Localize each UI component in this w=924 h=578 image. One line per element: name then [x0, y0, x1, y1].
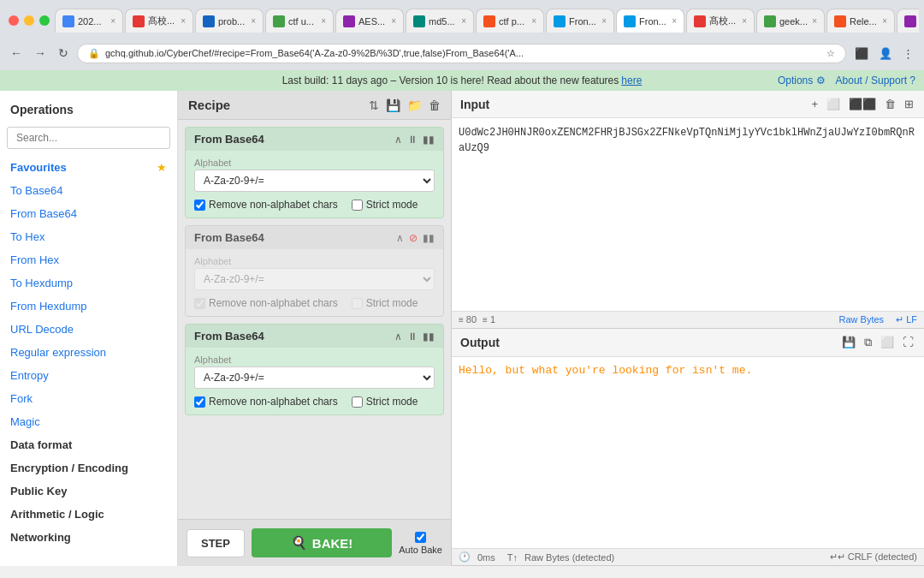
input-content[interactable]: U0dWc2JH0HNJR0oxZENCM2FHRjBJSGx2ZFNkeVpT… — [452, 118, 924, 311]
forward-button[interactable]: → — [31, 45, 50, 62]
tab-close-7[interactable]: × — [531, 16, 536, 26]
tab-13[interactable]: ZIP:... × — [897, 9, 919, 33]
recipe-item-3-remove-nonalpha-checkbox[interactable] — [194, 396, 205, 408]
about-button[interactable]: About / Support ? — [836, 74, 915, 86]
back-button[interactable]: ← — [7, 45, 26, 62]
tab-close-10[interactable]: × — [742, 16, 747, 26]
recipe-item-1-alphabet-select[interactable]: A-Za-z0-9+/= — [194, 170, 435, 192]
tab-close-8[interactable]: × — [601, 16, 607, 26]
tab-close-6[interactable]: × — [461, 16, 466, 26]
output-new-tab-button[interactable]: ⬜ — [879, 334, 896, 350]
maximize-button[interactable] — [39, 15, 50, 26]
recipe-item-1-expand[interactable]: ∧ — [394, 134, 402, 146]
recipe-item-2-strict-mode-label[interactable]: Strict mode — [352, 297, 418, 309]
recipe-item-2-remove-nonalpha-checkbox[interactable] — [194, 298, 205, 309]
recipe-item-3-disable[interactable]: ⏸ — [407, 331, 418, 343]
sidebar-item-to-hex[interactable]: To Hex — [0, 225, 177, 248]
recipe-item-3-alphabet-select[interactable]: A-Za-z0-9+/= — [194, 366, 435, 389]
sidebar-item-entropy[interactable]: Entropy — [0, 364, 177, 387]
tab-1[interactable]: 202... × — [55, 9, 123, 33]
output-copy-button[interactable]: ⧉ — [862, 334, 874, 351]
tab-2[interactable]: 髙校... × — [125, 9, 193, 33]
tab-close-5[interactable]: × — [391, 16, 396, 26]
reload-button[interactable]: ↻ — [55, 45, 72, 62]
input-grid-button[interactable]: ⊞ — [903, 96, 915, 112]
recipe-open-button[interactable]: 📁 — [407, 98, 422, 112]
close-button[interactable] — [9, 15, 19, 26]
sidebar-item-public-key[interactable]: Public Key — [0, 480, 177, 503]
recipe-item-1-disable[interactable]: ⏸ — [407, 134, 418, 146]
options-button[interactable]: Options ⚙ — [778, 74, 826, 86]
profile-button[interactable]: 👤 — [875, 45, 896, 62]
tab-10[interactable]: 髙校... × — [686, 9, 755, 33]
recipe-item-2-alphabet-select[interactable]: A-Za-z0-9+/= — [194, 268, 435, 290]
recipe-item-3-delete[interactable]: ▮▮ — [423, 331, 435, 343]
extensions-button[interactable]: ⬛ — [851, 45, 872, 62]
tab-8[interactable]: Fron... × — [546, 9, 614, 33]
recipe-item-2-strict-mode-checkbox[interactable] — [352, 298, 363, 309]
recipe-save-button[interactable]: 💾 — [386, 98, 400, 112]
menu-button[interactable]: ⋮ — [899, 45, 917, 62]
tab-3[interactable]: prob... × — [195, 9, 264, 33]
tab-9[interactable]: Fron... × — [616, 9, 684, 33]
sidebar-item-arithmetic-logic[interactable]: Arithmetic / Logic — [0, 503, 177, 526]
tab-close-12[interactable]: × — [882, 16, 887, 26]
input-lf-label[interactable]: ↵ LF — [896, 314, 917, 325]
recipe-item-3-expand[interactable]: ∧ — [394, 331, 402, 343]
sidebar-item-fork[interactable]: Fork — [0, 387, 177, 410]
recipe-delete-button[interactable]: 🗑 — [429, 98, 441, 112]
auto-bake-label[interactable]: Auto Bake — [399, 532, 442, 555]
recipe-item-2-disable[interactable]: ⊘ — [409, 232, 418, 244]
search-input[interactable] — [7, 127, 170, 149]
tab-12[interactable]: Rele... × — [826, 9, 895, 33]
recipe-item-1-strict-mode-checkbox[interactable] — [352, 200, 363, 211]
step-button[interactable]: STEP — [187, 529, 245, 557]
sidebar-item-regular-expression[interactable]: Regular expression — [0, 341, 177, 364]
tab-close-3[interactable]: × — [251, 16, 256, 26]
tab-4[interactable]: ctf u... × — [265, 9, 334, 33]
sidebar-item-data-format[interactable]: Data format — [0, 433, 177, 456]
address-bar[interactable]: 🔒 gchq.github.io/CyberChef/#recipe=From_… — [77, 44, 846, 63]
input-add-button[interactable]: + — [809, 96, 820, 112]
input-new-tab-button[interactable]: ⬜ — [825, 96, 842, 112]
recipe-item-1-remove-nonalpha-label[interactable]: Remove non-alphabet chars — [194, 199, 338, 211]
tab-5[interactable]: AES... × — [335, 9, 404, 33]
recipe-item-2-expand[interactable]: ∧ — [396, 232, 404, 244]
notification-link[interactable]: here — [621, 74, 642, 86]
tab-7[interactable]: ctf p... × — [476, 9, 544, 33]
recipe-item-1-strict-mode-label[interactable]: Strict mode — [352, 199, 418, 211]
input-delete-button[interactable]: 🗑 — [883, 96, 897, 112]
tab-11[interactable]: geek... × — [756, 9, 825, 33]
output-save-button[interactable]: 💾 — [840, 334, 857, 350]
tab-close-4[interactable]: × — [321, 16, 326, 26]
bookmark-icon[interactable]: ☆ — [826, 48, 835, 59]
sidebar-item-from-base64[interactable]: From Base64 — [0, 202, 177, 225]
recipe-item-3-strict-mode-label[interactable]: Strict mode — [352, 396, 418, 408]
recipe-sort-button[interactable]: ⇅ — [369, 98, 379, 112]
tab-close-2[interactable]: × — [181, 16, 186, 26]
output-fullscreen-button[interactable]: ⛶ — [901, 334, 915, 350]
sidebar-item-networking[interactable]: Networking — [0, 526, 177, 549]
recipe-item-1-remove-nonalpha-checkbox[interactable] — [194, 200, 205, 211]
tab-6[interactable]: md5... × — [406, 9, 474, 33]
sidebar-item-from-hex[interactable]: From Hex — [0, 248, 177, 271]
sidebar-item-to-hexdump[interactable]: To Hexdump — [0, 271, 177, 295]
sidebar-item-encryption-encoding[interactable]: Encryption / Encoding — [0, 456, 177, 480]
recipe-item-2-delete[interactable]: ▮▮ — [423, 232, 435, 244]
sidebar-item-to-base64[interactable]: To Base64 — [0, 179, 177, 202]
input-text[interactable]: U0dWc2JH0HNJR0oxZENCM2FHRjBJSGx2ZFNkeVpT… — [459, 125, 917, 156]
tab-close-9[interactable]: × — [672, 16, 677, 26]
recipe-item-1-delete[interactable]: ▮▮ — [423, 134, 435, 146]
tab-close-1[interactable]: × — [110, 16, 116, 26]
sidebar-item-url-decode[interactable]: URL Decode — [0, 318, 177, 341]
bake-button[interactable]: 🍳 BAKE! — [252, 528, 392, 557]
tab-close-11[interactable]: × — [812, 16, 817, 26]
recipe-item-2-remove-nonalpha-label[interactable]: Remove non-alphabet chars — [194, 297, 338, 309]
recipe-item-3-strict-mode-checkbox[interactable] — [352, 396, 363, 408]
favourites-label[interactable]: Favourites — [10, 161, 67, 174]
input-raw-bytes-label[interactable]: Raw Bytes — [839, 314, 885, 325]
input-split-button[interactable]: ⬛⬛ — [847, 96, 878, 112]
auto-bake-checkbox[interactable] — [415, 532, 426, 543]
sidebar-item-from-hexdump[interactable]: From Hexdump — [0, 295, 177, 318]
minimize-button[interactable] — [24, 15, 34, 26]
